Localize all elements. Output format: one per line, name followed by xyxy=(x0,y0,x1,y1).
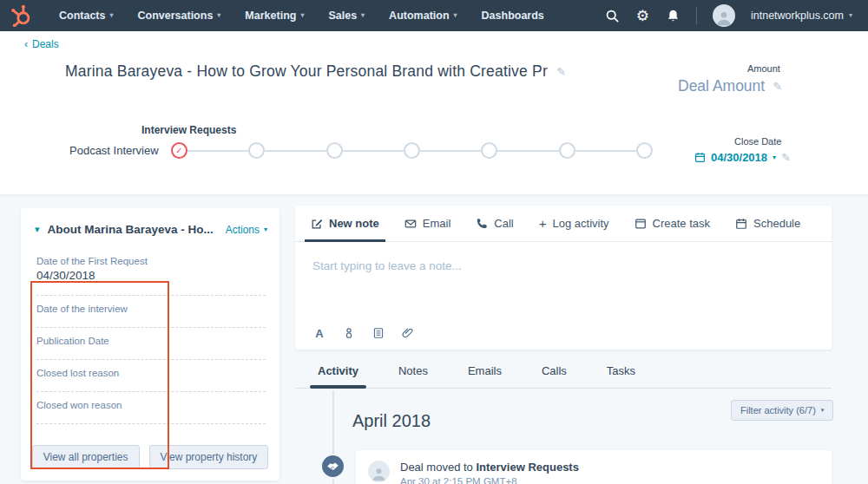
about-card-title: About Marina Barayeva - Ho... xyxy=(48,223,218,236)
property-publication-date[interactable]: Publication Date xyxy=(36,328,266,360)
breadcrumb-back-to-deals[interactable]: ‹ Deals xyxy=(24,38,59,50)
chevron-down-icon: ▾ xyxy=(361,12,365,19)
event-timestamp: Apr 30 at 2:15 PM GMT+8 xyxy=(400,476,579,484)
property-closed-won-reason[interactable]: Closed won reason xyxy=(36,392,266,424)
note-editor-placeholder: Start typing to leave a note... xyxy=(312,259,462,272)
nav-item-sales[interactable]: Sales▾ xyxy=(328,10,365,22)
chevron-down-icon: ▾ xyxy=(454,12,457,19)
nav-divider xyxy=(696,7,697,24)
notifications-bell-icon[interactable] xyxy=(666,9,681,23)
close-date-label: Close Date xyxy=(734,136,791,147)
property-date-of-interview[interactable]: Date of the interview xyxy=(36,296,266,328)
timeline-month-heading: April 2018 xyxy=(352,411,431,431)
property-date-of-first-request[interactable]: Date of the First Request 04/30/2018 xyxy=(36,248,266,296)
stage-1-complete[interactable]: ✓ xyxy=(171,142,187,159)
stage-connector xyxy=(343,150,404,152)
note-editor[interactable]: Start typing to leave a note... xyxy=(295,242,832,315)
tab-call[interactable]: Call xyxy=(476,206,513,241)
actions-dropdown[interactable]: Actions ▾ xyxy=(226,224,267,236)
deal-header: ‹ Deals Marina Barayeva - How to Grow Yo… xyxy=(0,31,868,194)
collapse-chevron-icon[interactable]: ▾ xyxy=(35,224,40,235)
event-avatar xyxy=(368,461,390,482)
tab-activity[interactable]: Activity xyxy=(318,363,358,387)
timeline-event-card: Deal moved to Interview Requests Apr 30 … xyxy=(356,450,832,484)
stage-connector xyxy=(265,150,326,152)
stage-connector xyxy=(420,150,481,152)
create-task-icon xyxy=(635,218,647,230)
edit-close-date-pencil-icon[interactable]: ✎ xyxy=(781,151,791,164)
tab-calls[interactable]: Calls xyxy=(542,363,567,387)
deal-title: Marina Barayeva - How to Grow Your Perso… xyxy=(65,62,566,81)
new-note-icon xyxy=(311,218,323,230)
nav-item-marketing[interactable]: Marketing▾ xyxy=(245,10,304,22)
tab-email[interactable]: Email xyxy=(404,206,451,241)
stage-connector xyxy=(575,150,636,152)
email-icon xyxy=(404,218,417,230)
account-menu[interactable]: intnetworkplus.com ▾ xyxy=(751,10,852,22)
view-property-history-button[interactable]: View property history xyxy=(149,445,269,469)
tab-create-task[interactable]: Create task xyxy=(635,206,710,241)
nav-item-automation[interactable]: Automation▾ xyxy=(389,10,457,22)
stage-7[interactable] xyxy=(636,142,653,159)
about-deal-card: ▾ About Marina Barayeva - Ho... Actions … xyxy=(21,208,279,481)
filter-activity-button[interactable]: Filter activity (6/7) ▾ xyxy=(731,400,833,421)
stage-connector xyxy=(187,150,248,152)
deal-stage-progress-bar: ✓ xyxy=(171,142,653,159)
chevron-down-icon: ▾ xyxy=(821,407,825,414)
personalization-icon[interactable] xyxy=(342,326,356,340)
tab-log-activity[interactable]: + Log activity xyxy=(539,206,609,241)
event-title: Deal moved to Interview Requests xyxy=(400,461,579,474)
engagement-composer-card: New note Email Call + Log activity Creat… xyxy=(295,206,832,350)
stage-5[interactable] xyxy=(481,142,497,159)
tab-new-note[interactable]: New note xyxy=(311,206,379,241)
stage-3[interactable] xyxy=(326,142,343,159)
back-chevron-icon: ‹ xyxy=(24,38,28,50)
editor-toolbar: A xyxy=(312,326,415,340)
plus-icon: + xyxy=(539,217,547,230)
tab-emails[interactable]: Emails xyxy=(468,363,502,387)
schedule-calendar-icon xyxy=(735,218,747,230)
deal-amount-value: Deal Amount xyxy=(678,77,765,95)
nav-item-contacts[interactable]: Contacts▾ xyxy=(59,10,114,22)
property-value: 04/30/2018 xyxy=(36,269,266,282)
deal-properties-list: Date of the First Request 04/30/2018 Dat… xyxy=(21,243,279,424)
tab-schedule[interactable]: Schedule xyxy=(735,206,800,241)
edit-deal-title-pencil-icon[interactable]: ✎ xyxy=(556,65,566,78)
stage-check-icon: ✓ xyxy=(175,147,182,155)
settings-gear-icon[interactable]: ⚙ xyxy=(635,9,650,23)
deal-stage-event-badge xyxy=(320,454,345,479)
user-avatar[interactable] xyxy=(713,4,735,27)
chevron-down-icon: ▾ xyxy=(849,12,852,19)
current-stage-label: Interview Requests xyxy=(141,124,236,136)
paperclip-attach-icon[interactable] xyxy=(401,326,415,340)
tab-tasks[interactable]: Tasks xyxy=(607,363,635,387)
handshake-icon xyxy=(326,460,339,473)
top-nav: Contacts▾ Conversations▾ Marketing▾ Sale… xyxy=(0,0,868,31)
hubspot-logo-icon[interactable] xyxy=(10,4,33,27)
pipeline-name: Podcast Interview xyxy=(69,144,159,157)
tab-notes[interactable]: Notes xyxy=(398,363,428,387)
stage-connector xyxy=(497,150,558,152)
close-date-dropdown[interactable]: 04/30/2018 ▾ ✎ xyxy=(694,151,791,164)
deal-amount-block: Amount Deal Amount ✎ xyxy=(678,63,782,95)
close-date-block: Close Date 04/30/2018 ▾ ✎ xyxy=(694,136,791,164)
chevron-down-icon: ▾ xyxy=(264,226,267,233)
stage-2[interactable] xyxy=(248,142,265,159)
calendar-icon xyxy=(694,152,706,163)
nav-item-conversations[interactable]: Conversations▾ xyxy=(138,10,221,22)
format-text-icon[interactable]: A xyxy=(312,326,326,340)
property-closed-lost-reason[interactable]: Closed lost reason xyxy=(36,360,266,392)
edit-amount-pencil-icon[interactable]: ✎ xyxy=(773,80,782,93)
chevron-down-icon: ▾ xyxy=(300,12,304,19)
search-icon[interactable] xyxy=(605,9,620,23)
stage-6[interactable] xyxy=(559,142,575,159)
chevron-down-icon: ▾ xyxy=(773,154,776,161)
insert-document-icon[interactable] xyxy=(372,326,385,340)
close-date-value: 04/30/2018 xyxy=(711,151,767,164)
composer-tab-bar: New note Email Call + Log activity Creat… xyxy=(295,206,832,242)
view-all-properties-button[interactable]: View all properties xyxy=(32,445,140,469)
nav-item-dashboards[interactable]: Dashboards xyxy=(482,10,544,22)
stage-4[interactable] xyxy=(404,142,420,159)
nav-right-cluster: ⚙ intnetworkplus.com ▾ xyxy=(605,4,852,27)
event-stage-link[interactable]: Interview Requests xyxy=(476,461,579,474)
